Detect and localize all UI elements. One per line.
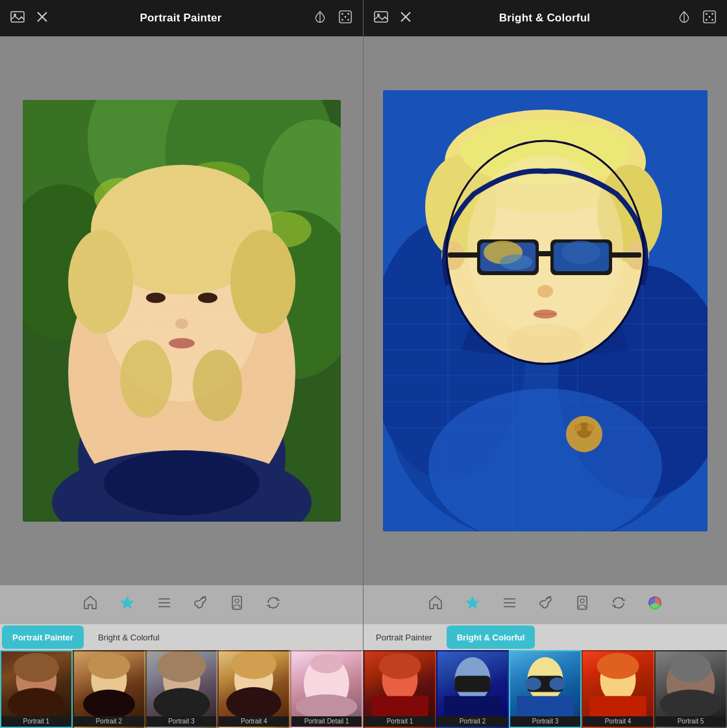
svg-rect-93 xyxy=(537,251,552,256)
left-thumb-5[interactable]: Portrait Detail 1 xyxy=(290,650,363,728)
left-filmstrip: Portrait 1 Portrait 2 Portrait 3 xyxy=(0,650,363,728)
left-image-icon[interactable] xyxy=(10,11,25,26)
right-thumb-1-label: Portrait 1 xyxy=(365,716,435,727)
left-image-area xyxy=(0,36,363,585)
left-thumb-3[interactable]: Portrait 3 xyxy=(145,650,218,728)
left-thumb-3-label: Portrait 3 xyxy=(147,716,217,727)
left-main-image xyxy=(23,100,341,522)
left-thumb-5-label: Portrait Detail 1 xyxy=(291,716,362,727)
right-tab-portrait-painter[interactable]: Portrait Painter xyxy=(365,625,443,649)
left-brush-icon[interactable] xyxy=(193,595,208,614)
left-thumb-4-label: Portrait 4 xyxy=(219,716,289,727)
left-thumb-1[interactable]: Portrait 1 xyxy=(0,650,73,728)
left-tab-bright-colorful[interactable]: Bright & Colorful xyxy=(88,625,170,649)
svg-point-116 xyxy=(580,599,584,603)
left-tab-portrait-painter[interactable]: Portrait Painter xyxy=(2,625,84,649)
right-thumb-3-label: Portrait 3 xyxy=(510,716,580,727)
right-image-icon[interactable] xyxy=(374,11,388,26)
svg-point-41 xyxy=(235,599,239,603)
svg-point-43 xyxy=(14,653,59,683)
left-header-icons-left xyxy=(10,11,48,26)
right-thumb-1[interactable]: Portrait 1 xyxy=(364,650,436,728)
svg-point-104 xyxy=(506,324,584,363)
right-refresh-icon[interactable] xyxy=(611,595,626,614)
right-list-icon[interactable] xyxy=(502,595,517,614)
left-thumb-1-label: Portrait 1 xyxy=(1,716,71,727)
left-refresh-icon[interactable] xyxy=(265,595,281,614)
left-star-icon[interactable] xyxy=(119,594,136,615)
svg-point-44 xyxy=(8,688,65,716)
right-thumb-4[interactable]: Portrait 4 xyxy=(582,650,654,728)
svg-point-6 xyxy=(347,13,349,15)
svg-point-119 xyxy=(379,653,421,679)
left-panel: Portrait Painter xyxy=(0,0,364,728)
right-portrait-icon[interactable] xyxy=(574,595,590,614)
right-home-icon[interactable] xyxy=(428,595,443,614)
svg-point-50 xyxy=(153,688,210,716)
svg-point-66 xyxy=(709,16,711,18)
svg-point-98 xyxy=(561,241,600,264)
right-image-area xyxy=(364,36,727,585)
left-dice-icon[interactable] xyxy=(338,10,352,27)
svg-point-56 xyxy=(296,694,358,716)
right-panel-title: Bright & Colorful xyxy=(499,12,590,25)
svg-point-47 xyxy=(83,690,135,716)
svg-point-62 xyxy=(706,13,708,15)
svg-marker-111 xyxy=(465,596,480,609)
svg-rect-122 xyxy=(455,676,491,692)
svg-point-53 xyxy=(227,687,282,716)
svg-point-63 xyxy=(711,13,713,15)
svg-rect-131 xyxy=(589,696,647,716)
svg-point-126 xyxy=(525,677,541,690)
svg-point-46 xyxy=(88,653,130,679)
svg-point-65 xyxy=(711,19,713,21)
left-list-icon[interactable] xyxy=(156,595,172,614)
svg-rect-120 xyxy=(371,696,428,716)
svg-rect-100 xyxy=(610,252,641,258)
right-toolbar xyxy=(364,585,727,624)
right-header: Bright & Colorful xyxy=(364,0,727,36)
svg-point-133 xyxy=(671,653,711,683)
right-color-wheel-icon[interactable] xyxy=(647,595,663,614)
right-filmstrip: Portrait 1 Portrait 2 xyxy=(364,650,727,728)
right-star-icon[interactable] xyxy=(464,594,481,615)
left-toolbar xyxy=(0,585,363,624)
right-share-icon[interactable] xyxy=(678,10,691,27)
right-thumb-5-label: Portrait 5 xyxy=(656,716,726,727)
svg-point-101 xyxy=(537,285,553,298)
right-thumb-2[interactable]: Portrait 2 xyxy=(436,650,509,728)
svg-point-9 xyxy=(345,16,347,18)
svg-point-127 xyxy=(549,677,565,690)
right-tab-bar: Portrait Painter Bright & Colorful xyxy=(364,624,727,650)
svg-point-130 xyxy=(597,653,639,679)
right-header-icons-right xyxy=(678,10,717,27)
svg-point-97 xyxy=(500,254,532,270)
left-portrait-icon[interactable] xyxy=(229,595,245,614)
right-thumb-5[interactable]: Portrait 5 xyxy=(654,650,727,728)
left-share-icon[interactable] xyxy=(314,10,327,27)
right-close-icon[interactable] xyxy=(400,11,412,26)
left-panel-title: Portrait Painter xyxy=(140,12,221,25)
left-tab-bar: Portrait Painter Bright & Colorful xyxy=(0,624,363,650)
left-header-icons-right xyxy=(314,10,352,27)
left-close-icon[interactable] xyxy=(36,11,48,26)
svg-point-108 xyxy=(587,424,595,431)
right-brush-icon[interactable] xyxy=(538,595,554,614)
left-header: Portrait Painter xyxy=(0,0,363,36)
left-thumb-2[interactable]: Portrait 2 xyxy=(73,650,145,728)
right-header-icons-left xyxy=(374,11,412,26)
right-thumb-4-label: Portrait 4 xyxy=(583,716,653,727)
right-main-image xyxy=(383,90,708,531)
left-home-icon[interactable] xyxy=(82,595,98,614)
svg-rect-34 xyxy=(23,100,341,522)
svg-point-107 xyxy=(574,424,582,431)
right-thumb-2-label: Portrait 2 xyxy=(437,716,508,727)
right-dice-icon[interactable] xyxy=(702,10,717,27)
svg-point-5 xyxy=(341,13,343,15)
right-panel: Bright & Colorful xyxy=(364,0,727,728)
svg-rect-99 xyxy=(448,252,479,258)
left-thumb-4[interactable]: Portrait 4 xyxy=(217,650,290,728)
right-thumb-3[interactable]: Portrait 3 xyxy=(509,650,582,728)
right-tab-bright-colorful[interactable]: Bright & Colorful xyxy=(447,625,536,649)
svg-point-8 xyxy=(347,19,349,21)
